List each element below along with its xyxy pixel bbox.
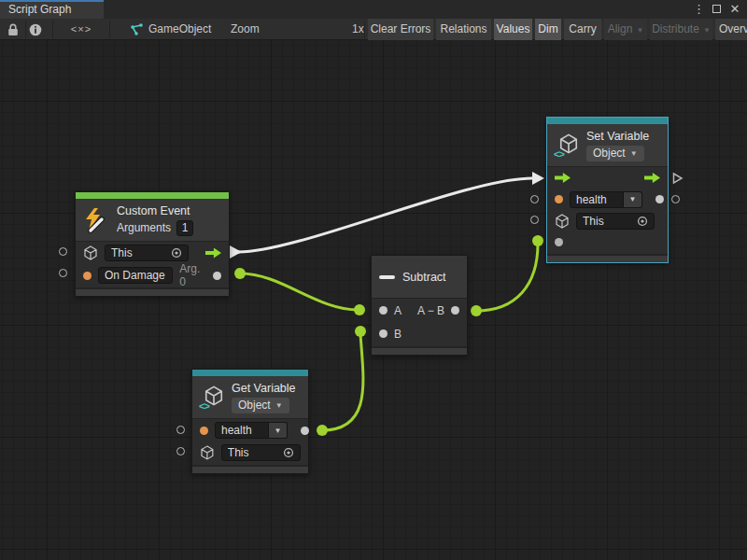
flow-out-port[interactable] (205, 248, 221, 259)
get-variable-left-port-2[interactable] (176, 447, 185, 455)
event-colorbar (76, 192, 229, 199)
gameobject-cube-icon (83, 245, 98, 260)
name-port[interactable] (200, 427, 208, 435)
flow-wire-end-arrow (532, 172, 544, 185)
set-variable-left-port-1[interactable] (530, 195, 539, 203)
this-target-field[interactable]: This (221, 444, 301, 461)
chevron-down-icon: ▼ (630, 146, 638, 161)
tab-bar: Script Graph ⋮ ✕ (0, 0, 747, 19)
value-in-port[interactable] (555, 238, 563, 246)
value-in-row (547, 231, 668, 253)
b-label: B (394, 328, 402, 341)
variable-name-row: health ▼ (192, 419, 308, 441)
zoom-label: Zoom (231, 19, 260, 40)
node-custom-event[interactable]: Custom Event Arguments 1 This (75, 191, 230, 297)
clear-errors-button[interactable]: Clear Errors (368, 19, 433, 40)
arg-0-out-port[interactable] (213, 272, 221, 280)
flow-in-port[interactable] (555, 173, 571, 183)
input-b-row: B (372, 322, 467, 345)
toolbar: <×> GameObject Zoom 1x Clear Errors Rela… (0, 19, 747, 40)
input-a-row: A A − B (372, 299, 467, 322)
tab-script-graph[interactable]: Script Graph (0, 0, 104, 19)
overview-button[interactable]: Overview (715, 19, 747, 40)
name-port[interactable] (555, 195, 563, 203)
graph-target-label: GameObject (148, 19, 211, 40)
graph-canvas[interactable]: Custom Event Arguments 1 This (0, 40, 747, 560)
carry-button[interactable]: Carry (564, 19, 601, 40)
lock-icon[interactable] (6, 19, 21, 40)
window-close-icon[interactable]: ✕ (726, 0, 743, 19)
node-title: Get Variable (232, 382, 296, 395)
info-icon[interactable] (28, 19, 43, 40)
object-picker-icon[interactable] (283, 447, 294, 458)
arguments-count-field[interactable]: 1 (176, 220, 193, 236)
get-variable-header: <> Get Variable Object▼ (192, 376, 308, 419)
event-name-row: On Damage Arg. 0 (76, 264, 229, 287)
arg-0-label: Arg. 0 (179, 262, 206, 288)
gameobject-cube-icon (200, 445, 215, 460)
set-variable-left-port-2[interactable] (530, 216, 539, 224)
chevron-down-icon: ▼ (636, 26, 643, 35)
align-button[interactable]: Align▼ (604, 19, 647, 40)
value-wire-get-to-b (322, 334, 363, 430)
node-footer (547, 254, 668, 262)
object-picker-icon[interactable] (637, 216, 648, 227)
set-variable-right-port[interactable] (671, 195, 680, 203)
variable-name-row: health ▼ (547, 189, 668, 210)
arguments-label: Arguments (117, 221, 171, 234)
window-maximize-icon[interactable] (708, 0, 725, 19)
result-out-port[interactable] (451, 306, 459, 315)
node-footer (192, 465, 308, 473)
event-name-field[interactable]: On Damage (98, 267, 173, 284)
custom-event-icon (83, 207, 109, 233)
value-out-port[interactable] (655, 195, 664, 203)
tab-title: Script Graph (8, 3, 71, 16)
set-variable-flow-out-socket[interactable] (671, 172, 684, 185)
gameobject-cube-icon (555, 214, 570, 229)
a-label: A (394, 304, 402, 317)
distribute-button[interactable]: Distribute▼ (650, 19, 712, 40)
flow-wire (238, 178, 532, 252)
node-get-variable[interactable]: <> Get Variable Object▼ health ▼ (191, 369, 309, 474)
variable-name-dropdown[interactable]: health ▼ (570, 191, 642, 208)
relations-button[interactable]: Relations (436, 19, 491, 40)
target-port-row: This (76, 242, 229, 264)
b-in-port[interactable] (379, 329, 388, 338)
values-button[interactable]: Values (494, 19, 532, 40)
variable-kind-dropdown[interactable]: Object▼ (586, 146, 644, 161)
get-variable-left-port-1[interactable] (176, 426, 185, 434)
value-wire-sub-to-set (476, 244, 538, 311)
this-target-field[interactable]: This (105, 245, 189, 261)
chevron-down-icon: ▼ (703, 26, 711, 35)
variable-colorbar (192, 370, 308, 376)
graph-pointer-icon (129, 19, 144, 40)
target-port-row: This (547, 210, 668, 231)
flow-out-port[interactable] (644, 173, 660, 183)
node-set-variable[interactable]: <> Set Variable Object▼ health ▼ (546, 117, 669, 263)
node-subtract[interactable]: Subtract A A − B B (371, 255, 468, 356)
chevron-down-icon[interactable]: ▼ (269, 422, 288, 439)
node-title: Custom Event (117, 204, 193, 217)
subtract-header: Subtract (372, 256, 467, 299)
variable-name-dropdown[interactable]: health ▼ (215, 422, 288, 439)
window-menu-icon[interactable]: ⋮ (691, 0, 706, 19)
script-graph-window: Script Graph ⋮ ✕ <×> GameObject Zoom 1x … (0, 0, 747, 560)
custom-event-left-port-1[interactable] (59, 247, 67, 256)
a-in-port[interactable] (379, 306, 388, 315)
target-port-row: This (192, 441, 308, 464)
node-title: Subtract (402, 271, 446, 284)
zoom-value: 1x (352, 19, 364, 40)
value-out-port[interactable] (301, 427, 309, 435)
variable-kind-dropdown[interactable]: Object▼ (232, 398, 289, 413)
node-title: Set Variable (586, 130, 649, 143)
code-view-icon[interactable]: <×> (65, 19, 97, 40)
object-picker-icon[interactable] (171, 247, 182, 259)
event-name-port[interactable] (83, 272, 92, 280)
flow-wire-start-arrow (230, 245, 242, 259)
custom-event-left-port-2[interactable] (59, 269, 67, 277)
subtract-icon (379, 275, 395, 279)
dim-button[interactable]: Dim (535, 19, 561, 40)
value-wire-arg-to-a (240, 273, 359, 310)
chevron-down-icon[interactable]: ▼ (624, 191, 642, 208)
this-target-field[interactable]: This (576, 213, 655, 230)
